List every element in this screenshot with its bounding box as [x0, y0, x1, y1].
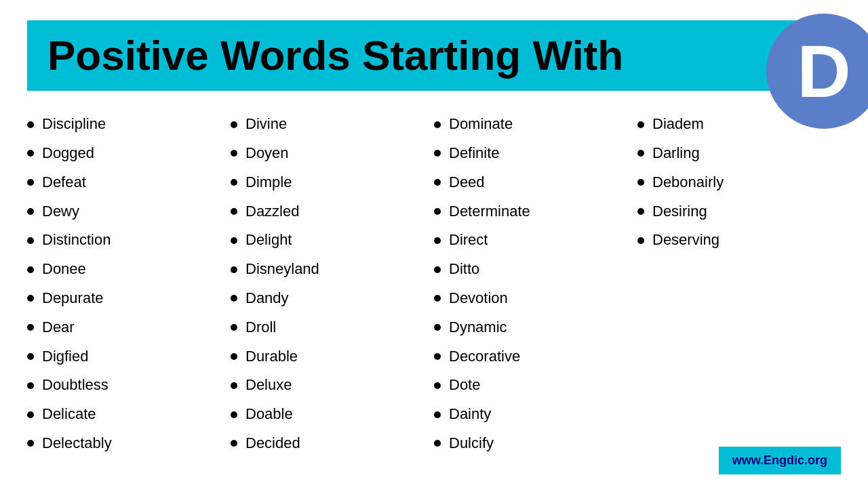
bullet-icon	[637, 121, 644, 128]
bullet-icon	[27, 179, 34, 186]
list-item: Delectably	[27, 430, 231, 457]
list-item: Deed	[434, 169, 637, 196]
header-banner: Positive Words Starting With D	[27, 20, 841, 91]
list-item: Desiring	[637, 199, 841, 225]
bullet-icon	[27, 382, 34, 389]
list-item: Decorative	[434, 344, 637, 370]
word-column-2: DivineDoyenDimpleDazzledDelightDisneylan…	[231, 111, 434, 457]
footer-url: www.Engdic.org	[732, 453, 827, 467]
word-label: Diadem	[652, 114, 704, 135]
list-item: Durable	[231, 344, 434, 370]
d-logo-letter: D	[797, 34, 850, 108]
word-label: Ditto	[449, 259, 479, 280]
word-label: Direct	[449, 230, 488, 251]
bullet-icon	[434, 266, 441, 273]
list-item: Definite	[434, 140, 637, 167]
list-item: Dewy	[27, 199, 231, 225]
bullet-icon	[231, 440, 237, 447]
word-label: Debonairly	[652, 172, 724, 193]
list-item: Dulcify	[434, 430, 637, 457]
word-label: Darling	[652, 143, 700, 164]
bullet-icon	[231, 121, 237, 128]
list-item: Dynamic	[434, 314, 637, 341]
header-title: Positive Words Starting With	[47, 33, 623, 79]
word-label: Delight	[245, 230, 292, 251]
bullet-icon	[27, 411, 34, 418]
bullet-icon	[27, 295, 34, 302]
word-label: Dear	[42, 317, 75, 338]
bullet-icon	[434, 382, 441, 389]
bullet-icon	[637, 208, 644, 215]
list-item: Dandy	[231, 285, 434, 312]
list-item: Delight	[231, 227, 434, 253]
bullet-icon	[434, 324, 441, 331]
word-label: Determinate	[449, 201, 530, 222]
word-label: Dogged	[42, 143, 94, 164]
list-item: Doubtless	[27, 372, 231, 399]
list-item: Deserving	[637, 227, 841, 253]
bullet-icon	[231, 208, 237, 215]
word-label: Dote	[449, 375, 480, 396]
word-column-4: DiademDarlingDebonairlyDesiringDeserving	[637, 111, 841, 457]
bullet-icon	[27, 266, 34, 273]
word-label: Delicate	[42, 404, 96, 425]
list-item: Droll	[231, 314, 434, 341]
word-label: Doyen	[245, 143, 289, 164]
word-label: Disneyland	[245, 259, 319, 280]
list-item: Direct	[434, 227, 637, 253]
word-column-1: DisciplineDoggedDefeatDewyDistinctionDon…	[27, 111, 231, 457]
word-label: Durable	[245, 346, 298, 367]
word-label: Doable	[245, 404, 293, 425]
bullet-icon	[27, 208, 34, 215]
list-item: Devotion	[434, 285, 637, 312]
bullet-icon	[27, 121, 34, 128]
bullet-icon	[637, 150, 644, 157]
bullet-icon	[434, 150, 441, 157]
bullet-icon	[434, 440, 441, 447]
bullet-icon	[434, 295, 441, 302]
list-item: Dainty	[434, 401, 637, 428]
bullet-icon	[231, 150, 237, 157]
word-label: Decided	[245, 433, 300, 454]
word-label: Deluxe	[245, 375, 292, 396]
bullet-icon	[231, 179, 237, 186]
word-label: Digfied	[42, 346, 88, 367]
list-item: Dear	[27, 314, 231, 341]
list-item: Darling	[637, 140, 841, 167]
bullet-icon	[231, 266, 237, 273]
bullet-icon	[27, 440, 34, 447]
list-item: Doyen	[231, 140, 434, 167]
bullet-icon	[434, 411, 441, 418]
bullet-icon	[231, 353, 237, 360]
bullet-icon	[27, 150, 34, 157]
bullet-icon	[434, 121, 441, 128]
word-label: Dazzled	[245, 201, 299, 222]
list-item: Dote	[434, 372, 637, 399]
list-item: Discipline	[27, 111, 231, 138]
word-label: Droll	[245, 317, 276, 338]
list-item: Deluxe	[231, 372, 434, 399]
word-label: Devotion	[449, 288, 508, 309]
bullet-icon	[231, 382, 237, 389]
list-item: Disneyland	[231, 256, 434, 283]
bullet-icon	[434, 353, 441, 360]
list-item: Depurate	[27, 285, 231, 312]
word-label: Doubtless	[42, 375, 108, 396]
list-item: Delicate	[27, 401, 231, 428]
list-item: Dogged	[27, 140, 231, 167]
bullet-icon	[231, 411, 237, 418]
bullet-icon	[434, 237, 441, 244]
bullet-icon	[231, 295, 237, 302]
list-item: Ditto	[434, 256, 637, 283]
word-label: Dominate	[449, 114, 513, 135]
word-label: Desiring	[652, 201, 707, 222]
list-item: Dazzled	[231, 199, 434, 225]
word-label: Dewy	[42, 201, 79, 222]
list-item: Distinction	[27, 227, 231, 253]
word-label: Divine	[245, 114, 287, 135]
list-item: Dominate	[434, 111, 637, 138]
list-item: Doable	[231, 401, 434, 428]
word-label: Dimple	[245, 172, 292, 193]
list-item: Dimple	[231, 169, 434, 196]
word-label: Donee	[42, 259, 86, 280]
